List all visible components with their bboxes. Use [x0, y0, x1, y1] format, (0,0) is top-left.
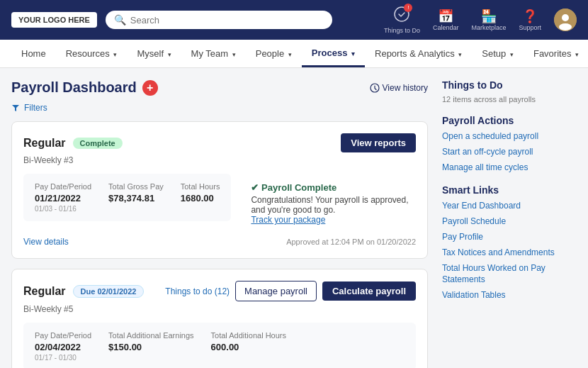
sidebar-link-tax-notices[interactable]: Tax Notices and Amendments: [442, 247, 577, 259]
nav-resources[interactable]: Resources ▾: [56, 41, 128, 66]
things-to-do-label: Things to Do: [384, 27, 420, 34]
things-to-do-link[interactable]: Things to do (12): [165, 286, 230, 296]
top-navigation: YOUR LOGO HERE 🔍 ! Things to Do 📅 Calend…: [0, 0, 588, 40]
card-2-actions: Things to do (12) Manage payroll Calcula…: [165, 281, 416, 301]
page-title: Payroll Dashboard: [11, 79, 137, 96]
filter-label: Filters: [24, 103, 47, 113]
card-2-additional-earnings: Total Additional Earnings $150.00: [108, 331, 193, 362]
avatar[interactable]: [554, 9, 577, 31]
sidebar-link-pay-profile[interactable]: Pay Profile: [442, 231, 577, 243]
nav-myself[interactable]: Myself ▾: [127, 41, 181, 66]
card-2-data: Pay Date/Period 02/04/2022 01/17 - 01/30…: [23, 323, 416, 368]
svg-point-2: [562, 14, 569, 21]
manage-payroll-button[interactable]: Manage payroll: [235, 281, 317, 301]
card-2-additional-hours: Total Additional Hours 600.00: [211, 331, 286, 362]
support-label: Support: [519, 24, 541, 31]
view-history-label: View history: [383, 83, 428, 93]
nav-favorites[interactable]: Favorites ▾: [524, 41, 588, 66]
page-title-row: Payroll Dashboard +: [11, 79, 158, 96]
card-2-badge: Due 02/01/2022: [73, 285, 145, 298]
card-2-pay-period: Pay Date/Period 02/04/2022 01/17 - 01/30: [35, 331, 91, 362]
card-1-gross-pay: Total Gross Pay $78,374.81: [108, 182, 164, 213]
things-to-do-nav[interactable]: ! Things to Do: [384, 6, 420, 34]
nav-people[interactable]: People ▾: [246, 41, 302, 66]
calendar-nav[interactable]: 📅 Calendar: [433, 9, 459, 31]
sidebar-link-payroll-schedule[interactable]: Payroll Schedule: [442, 216, 577, 228]
card-1-badge: Complete: [73, 138, 123, 149]
card-2-header: Regular Due 02/01/2022 Things to do (12)…: [23, 281, 416, 301]
support-icon: ❓: [522, 9, 538, 24]
page-header: Payroll Dashboard + View history: [11, 79, 428, 96]
card-1-pay-period: Pay Date/Period 01/21/2022 01/03 - 01/16: [35, 182, 91, 213]
sidebar-smart-links-title: Smart Links: [442, 184, 577, 196]
view-reports-button[interactable]: View reports: [341, 133, 416, 152]
view-details-link[interactable]: View details: [23, 237, 69, 247]
sidebar: Things to Do 12 items across all payroll…: [442, 79, 577, 368]
sidebar-things-to-do-sub: 12 items across all payrolls: [442, 95, 577, 104]
sidebar-link-validation[interactable]: Validation Tables: [442, 289, 577, 301]
marketplace-icon: 🏪: [481, 9, 497, 24]
nav-setup[interactable]: Setup ▾: [472, 41, 524, 66]
card-1-status-title: ✔ Payroll Complete: [251, 182, 416, 193]
search-input[interactable]: [130, 15, 324, 26]
view-history-button[interactable]: View history: [370, 83, 428, 93]
sidebar-link-year-end[interactable]: Year End Dashboard: [442, 200, 577, 212]
card-1-footer: View details Approved at 12:04 PM on 01/…: [23, 237, 416, 247]
sidebar-link-time-cycles[interactable]: Manage all time cycles: [442, 162, 577, 174]
payroll-card-1: Regular Complete View reports Bi-Weekly …: [11, 121, 428, 259]
card-1-data: Pay Date/Period 01/21/2022 01/03 - 01/16…: [23, 174, 231, 221]
support-nav[interactable]: ❓ Support: [519, 9, 541, 31]
card-1-status: ✔ Payroll Complete Congratulations! Your…: [242, 174, 416, 225]
svg-point-3: [559, 23, 572, 30]
filter-row[interactable]: Filters: [11, 103, 428, 113]
logo: YOUR LOGO HERE: [11, 12, 97, 28]
card-1-hours: Total Hours 1680.00: [181, 182, 220, 213]
card-1-subtitle: Bi-Weekly #3: [23, 155, 416, 165]
sidebar-link-off-cycle[interactable]: Start an off-cycle payroll: [442, 146, 577, 158]
nav-my-team[interactable]: My Team ▾: [181, 41, 246, 66]
nav-reports[interactable]: Reports & Analytics ▾: [365, 41, 472, 66]
content-area: Payroll Dashboard + View history Filters…: [0, 68, 588, 368]
main-panel: Payroll Dashboard + View history Filters…: [11, 79, 428, 368]
filter-icon: [11, 104, 20, 112]
search-bar[interactable]: 🔍: [106, 11, 332, 29]
add-button[interactable]: +: [142, 80, 158, 96]
top-nav-actions: ! Things to Do 📅 Calendar 🏪 Marketplace …: [384, 6, 577, 34]
approved-text: Approved at 12:04 PM on 01/20/2022: [286, 238, 416, 246]
nav-home[interactable]: Home: [11, 41, 56, 66]
nav-process[interactable]: Process ▾: [302, 40, 365, 67]
history-icon: [370, 83, 380, 93]
payroll-card-2: Regular Due 02/01/2022 Things to do (12)…: [11, 269, 428, 368]
card-1-status-desc: Congratulations! Your payroll is approve…: [251, 195, 416, 215]
card-2-type: Regular: [23, 285, 66, 298]
card-1-header: Regular Complete View reports: [23, 133, 416, 152]
sidebar-smart-links: Smart Links Year End Dashboard Payroll S…: [442, 184, 577, 301]
things-to-do-icon: !: [394, 6, 409, 26]
sidebar-payroll-actions: Payroll Actions Open a scheduled payroll…: [442, 115, 577, 173]
search-icon: 🔍: [114, 14, 126, 26]
card-1-type: Regular: [23, 137, 66, 150]
sidebar-things-to-do-title: Things to Do: [442, 79, 577, 91]
track-package-link[interactable]: Track your package: [251, 215, 416, 225]
sidebar-payroll-actions-title: Payroll Actions: [442, 115, 577, 126]
sidebar-things-to-do: Things to Do 12 items across all payroll…: [442, 79, 577, 104]
marketplace-nav[interactable]: 🏪 Marketplace: [471, 9, 506, 31]
sidebar-link-total-hours[interactable]: Total Hours Worked on Pay Statements: [442, 262, 577, 286]
main-navigation: Home Resources ▾ Myself ▾ My Team ▾ Peop…: [0, 40, 588, 68]
things-to-do-badge: !: [404, 4, 412, 12]
card-1-actions: View reports: [341, 133, 416, 152]
calendar-icon: 📅: [438, 9, 453, 24]
calculate-payroll-button[interactable]: Calculate payroll: [322, 281, 416, 301]
marketplace-label: Marketplace: [471, 24, 506, 31]
card-2-subtitle: Bi-Weekly #5: [23, 304, 416, 314]
calendar-label: Calendar: [433, 24, 459, 31]
sidebar-link-open-scheduled[interactable]: Open a scheduled payroll: [442, 130, 577, 143]
